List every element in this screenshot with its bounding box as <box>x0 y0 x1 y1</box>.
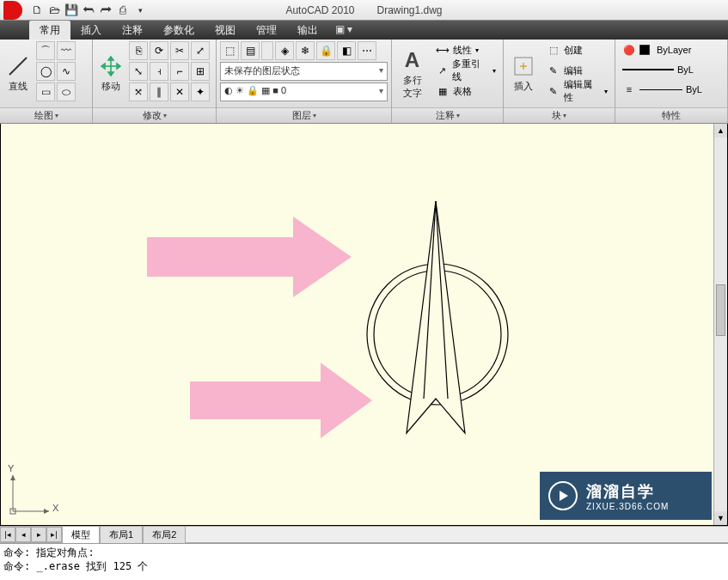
watermark-title: 溜溜自学 <box>586 481 669 502</box>
layerlock-icon[interactable]: 🔒 <box>316 41 335 60</box>
tab-nav-next-icon[interactable]: ▸ <box>31 527 46 542</box>
cmd-line-1: 命令: 指定对角点: <box>3 546 725 559</box>
tab-output[interactable]: 输出 <box>287 21 328 40</box>
cmd-line-2: 命令: _.erase 找到 125 个 <box>3 559 725 573</box>
panel-block-label: 块 <box>552 109 561 122</box>
mtext-button[interactable]: A 多行 文字 <box>395 41 429 106</box>
extend-icon[interactable]: ⤢ <box>191 41 210 60</box>
rect-icon[interactable]: ▭ <box>36 82 55 101</box>
app-title: AutoCAD 2010 <box>285 4 354 16</box>
app-icon[interactable] <box>3 1 22 20</box>
tab-view[interactable]: 视图 <box>205 21 246 40</box>
fillet-icon[interactable]: ⌐ <box>170 62 189 81</box>
tab-home[interactable]: 常用 <box>29 21 70 40</box>
rotate-icon[interactable]: ⟳ <box>150 41 168 60</box>
tab-insert[interactable]: 插入 <box>70 21 112 40</box>
layerstate-icon[interactable]: ⬚ <box>220 41 239 60</box>
layerstate-combo[interactable]: 未保存的图层状态 <box>220 62 388 81</box>
menu-extra-icon[interactable]: ▣ ▾ <box>328 21 359 40</box>
watermark: 溜溜自学 ZIXUE.3D66.COM <box>540 472 712 520</box>
layer-combo-value: ◐ ☀ 🔒 ▦ ■ 0 <box>224 85 286 95</box>
tab-layout2[interactable]: 布局2 <box>143 526 186 543</box>
line-button[interactable]: 直线 <box>3 41 33 106</box>
arc-icon[interactable]: ⌒ <box>36 41 55 60</box>
polyline-icon[interactable]: 〰 <box>57 41 76 60</box>
text-icon: A <box>401 48 425 72</box>
scale-icon[interactable]: ⤧ <box>129 82 148 101</box>
lineweight-combo[interactable]: ByL <box>619 61 724 78</box>
layer-combo[interactable]: ◐ ☀ 🔒 ▦ ■ 0 <box>220 82 388 101</box>
qat-redo-icon[interactable]: ⮫ <box>98 3 113 18</box>
insert-button[interactable]: 插入 <box>507 41 540 106</box>
scroll-down-icon[interactable]: ▼ <box>714 511 727 525</box>
tab-manage[interactable]: 管理 <box>246 21 287 40</box>
play-icon <box>548 481 578 510</box>
dim-icon: ⟷ <box>436 43 450 57</box>
qat-new-icon[interactable]: 🗋 <box>29 3 45 18</box>
chevron-down-icon[interactable]: ▾ <box>163 112 167 119</box>
tab-parametric[interactable]: 参数化 <box>153 21 205 40</box>
qat-dropdown-icon[interactable]: ▾ <box>132 3 148 18</box>
file-name: Drawing1.dwg <box>377 4 443 16</box>
title-bar: 🗋 🗁 💾 ⮪ ⮫ ⎙ ▾ AutoCAD 2010 Drawing1.dwg <box>0 0 728 21</box>
erase-icon[interactable]: ✕ <box>170 82 189 101</box>
scroll-thumb[interactable] <box>716 284 725 336</box>
tab-nav-first-icon[interactable]: |◂ <box>0 527 15 542</box>
chevron-down-icon[interactable]: ▾ <box>313 112 316 119</box>
tab-annotate[interactable]: 注释 <box>112 21 153 40</box>
offset-icon[interactable]: ∥ <box>150 82 168 101</box>
insert-icon <box>511 54 535 78</box>
mleader-button[interactable]: ↗多重引线▾ <box>432 62 499 79</box>
color-swatch-icon <box>639 45 650 55</box>
qat-undo-icon[interactable]: ⮪ <box>81 3 96 18</box>
chevron-down-icon[interactable]: ▾ <box>563 112 566 119</box>
linetype-combo[interactable]: ≡ByL <box>619 81 724 98</box>
qat-save-icon[interactable]: 💾 <box>64 3 79 18</box>
stretch-icon[interactable]: ⤡ <box>129 62 148 81</box>
panel-draw-label: 绘图 <box>34 109 53 122</box>
tab-nav-last-icon[interactable]: ▸| <box>46 527 62 542</box>
block-attedit-button[interactable]: ✎编辑属性▾ <box>543 82 611 100</box>
create-icon: ⬚ <box>547 43 560 57</box>
drawing-canvas[interactable]: Y X ▲ ▼ 溜溜自学 ZIXUE.3D66.COM <box>0 124 728 526</box>
trim-icon[interactable]: ✂ <box>170 41 189 60</box>
panel-layers-label: 图层 <box>292 109 311 122</box>
layerprop-icon[interactable]: ▤ <box>241 41 260 60</box>
mirror-icon[interactable]: ⫞ <box>150 62 168 81</box>
table-button[interactable]: ▦表格 <box>432 82 499 100</box>
move-button[interactable]: 移动 <box>96 41 125 106</box>
color-combo[interactable]: 🔴ByLayer <box>619 41 724 58</box>
scroll-up-icon[interactable]: ▲ <box>714 124 727 137</box>
copy-icon[interactable]: ⎘ <box>129 41 148 60</box>
table-icon: ▦ <box>436 84 450 98</box>
layercolor-icon[interactable]: ◧ <box>337 41 356 60</box>
tab-nav-prev-icon[interactable]: ◂ <box>15 527 31 542</box>
layeriso-icon[interactable]: ◈ <box>275 41 294 60</box>
block-edit-button[interactable]: ✎编辑 <box>543 62 611 79</box>
svg-marker-7 <box>10 475 15 480</box>
lineweight-icon <box>622 69 674 70</box>
chevron-down-icon[interactable]: ▾ <box>456 112 460 119</box>
array-icon[interactable]: ⊞ <box>191 62 210 81</box>
explode-icon[interactable]: ✦ <box>191 82 210 101</box>
pink-arrow-bottom <box>190 363 372 438</box>
ellipse-icon[interactable]: ⬭ <box>57 82 76 101</box>
block-create-button[interactable]: ⬚创建 <box>543 41 611 58</box>
vertical-scrollbar[interactable]: ▲ ▼ <box>713 124 727 525</box>
dimlinear-button[interactable]: ⟷线性▾ <box>432 41 499 58</box>
command-line[interactable]: 命令: 指定对角点: 命令: _.erase 找到 125 个 <box>0 543 728 577</box>
tab-layout1[interactable]: 布局1 <box>100 526 143 543</box>
watermark-url: ZIXUE.3D66.COM <box>586 502 669 511</box>
qat-print-icon[interactable]: ⎙ <box>115 3 131 18</box>
circle-icon[interactable]: ◯ <box>36 62 55 81</box>
panel-properties: 🔴ByLayer ByL ≡ByL 特性 <box>615 40 728 123</box>
panel-annotation: A 多行 文字 ⟷线性▾ ↗多重引线▾ ▦表格 注释▾ <box>392 40 504 123</box>
qat-open-icon[interactable]: 🗁 <box>46 3 62 18</box>
chevron-down-icon[interactable]: ▾ <box>55 112 58 119</box>
tab-model[interactable]: 模型 <box>62 526 100 543</box>
svg-line-0 <box>9 58 27 75</box>
drawing-content <box>1 124 728 526</box>
layerfrz-icon[interactable]: ❄ <box>296 41 315 60</box>
layermore-icon[interactable]: ⋯ <box>358 41 376 60</box>
spline-icon[interactable]: ∿ <box>57 62 76 81</box>
